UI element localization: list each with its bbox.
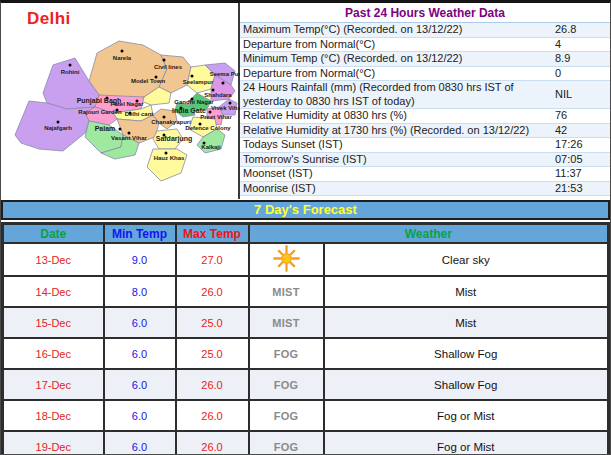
past24-panel: Past 24 Hours Weather Data Maximum Temp(… (240, 3, 610, 199)
past24-row-value: 0 (552, 66, 610, 81)
forecast-weather-desc: Mist (324, 276, 609, 307)
map-label-vasant-vihar: Vasant Vihar (111, 135, 148, 141)
sun-ray (278, 251, 281, 254)
map-label-hauz-khas: Hauz Khas (154, 155, 185, 161)
past24-row-label: Tomorrow's Sunrise (IST) (240, 152, 552, 167)
fog-label: FOG (274, 410, 299, 422)
forecast-max-temp: 26.0 (176, 369, 249, 400)
map-label-defence-colony: Defence Colony (185, 125, 231, 131)
weather-icon-cell (249, 243, 324, 276)
sun-ray (278, 263, 281, 266)
past24-row: Minimum Temp (°C) (Recorded. on 13/12/22… (240, 52, 610, 67)
forecast-header-row: Date Min Temp Max Temp Weather (3, 224, 609, 244)
past24-row: Maximum Temp(°C) (Recorded. on 13/12/22)… (240, 23, 610, 37)
past24-row-label: Departure from Normal(°C) (240, 66, 552, 81)
forecast-date: 13-Dec (3, 243, 104, 276)
forecast-weather-desc: Clear sky (324, 243, 609, 276)
map-label-safdarjung: Safdarjung (156, 135, 193, 143)
map-label-seelampur: Seelampur (183, 79, 214, 85)
sun-icon (273, 245, 300, 272)
map-label-model-town: Model Town (131, 78, 166, 84)
map-label-gandhi-nagar: Gandhi Nagar (174, 99, 214, 105)
map-label-narela: Narela (113, 55, 132, 61)
past24-row: 24 Hours Rainfall (mm) (Recorded from 08… (240, 81, 610, 109)
past24-row-label: Departure from Normal(°C) (240, 37, 552, 52)
map-dot-palam (119, 128, 122, 131)
map-label-najafgarh: Najafgarh (44, 125, 72, 131)
past24-row-value: 11:37 (552, 167, 610, 182)
forecast-max-temp: 26.0 (176, 276, 249, 307)
map-label-rohini: Rohini (61, 69, 80, 75)
mist-label: MIST (272, 317, 299, 329)
sun-ray (290, 251, 293, 254)
map-label-delhi-cant: Delhi cant (125, 111, 154, 117)
forecast-row: 16-Dec6.025.0FOGShallow Fog (3, 338, 609, 369)
past24-row-value: 8.9 (552, 52, 610, 67)
past24-row-label: 24 Hours Rainfall (mm) (Recorded from 08… (240, 81, 552, 109)
past24-row: Relative Humidity at 0830 hrs (%)76 (240, 109, 610, 124)
delhi-district-map: NarelaRohiniCivil linesModel TownSeelamp… (1, 3, 240, 197)
forecast-date: 16-Dec (3, 338, 104, 369)
past24-row-value: 26.8 (552, 23, 610, 37)
past24-row-value: 42 (552, 123, 610, 138)
past24-row: Departure from Normal(°C)4 (240, 37, 610, 52)
forecast-min-temp: 6.0 (104, 431, 176, 455)
past24-row: Moonset (IST)11:37 (240, 167, 610, 182)
fog-label: FOG (274, 348, 299, 360)
map-label-preet-vihar: Preet Vihar (200, 114, 232, 120)
forecast-min-temp: 6.0 (104, 307, 176, 338)
map-label-shahdara: Shahdara (204, 92, 232, 98)
map-dot-seema-puri (222, 82, 225, 85)
past24-row-value: 07:05 (552, 152, 610, 167)
map-dot-civil-lines (163, 59, 166, 62)
column-header-weather: Weather (249, 224, 609, 244)
forecast-max-temp: 25.0 (176, 307, 249, 338)
map-dot-narela (121, 50, 124, 53)
forecast-max-temp: 26.0 (176, 431, 249, 455)
forecast-weather-desc: Fog or Mist (324, 400, 609, 431)
forecast-row: 13-Dec9.027.0Clear sky (3, 243, 609, 276)
fog-label: FOG (274, 379, 299, 391)
map-panel: Delhi NarelaRohiniCivil linesModel TownS… (1, 3, 240, 199)
forecast-min-temp: 6.0 (104, 338, 176, 369)
forecast-max-temp: 27.0 (176, 243, 249, 276)
weather-icon-cell: FOG (249, 431, 324, 455)
forecast-row: 14-Dec8.026.0MISTMist (3, 276, 609, 307)
weather-icon-cell: MIST (249, 276, 324, 307)
past24-row-value: 21:53 (552, 181, 610, 196)
past24-row: Moonrise (IST)21:53 (240, 181, 610, 196)
forecast-weather-desc: Shallow Fog (324, 338, 609, 369)
map-label-seema-puri: Seema Puri (210, 71, 240, 77)
weather-icon-cell: FOG (249, 338, 324, 369)
forecast-row: 15-Dec6.025.0MISTMist (3, 307, 609, 338)
past24-row-label: Relative Humidity at 1730 hrs (%) (Recor… (240, 123, 552, 138)
column-header-min-temp: Min Temp (104, 224, 176, 244)
past24-title: Past 24 Hours Weather Data (240, 3, 610, 23)
column-header-max-temp: Max Temp (176, 224, 249, 244)
forecast-table: Date Min Temp Max Temp Weather 13-Dec9.0… (1, 222, 610, 455)
forecast-min-temp: 9.0 (104, 243, 176, 276)
map-dot-najafgarh (57, 121, 60, 124)
weather-icon-cell: MIST (249, 307, 324, 338)
forecast-weather-desc: Shallow Fog (324, 369, 609, 400)
past24-row-label: Minimum Temp (°C) (Recorded. on 13/12/22… (240, 52, 552, 67)
forecast-weather-desc: Fog or Mist (324, 431, 609, 455)
sun-core (281, 254, 291, 264)
map-title: Delhi (27, 9, 71, 29)
map-label-patel-nagar: Patel Nagar (110, 101, 144, 107)
forecast-min-temp: 6.0 (104, 369, 176, 400)
past24-row-label: Todays Sunset (IST) (240, 138, 552, 153)
forecast-date: 17-Dec (3, 369, 104, 400)
forecast-max-temp: 25.0 (176, 338, 249, 369)
delhi-weather-page: Delhi NarelaRohiniCivil linesModel TownS… (0, 0, 611, 455)
past24-row-label: Moonrise (IST) (240, 181, 552, 196)
past24-row: Tomorrow's Sunrise (IST)07:05 (240, 152, 610, 167)
forecast-min-temp: 8.0 (104, 276, 176, 307)
forecast-section: 7 Day's Forecast Date Min Temp Max Temp … (1, 200, 610, 455)
map-label-rajouri-garden: Rajouri Garden (78, 109, 122, 115)
column-header-date: Date (3, 224, 104, 244)
past24-row-label: Moonset (IST) (240, 167, 552, 182)
top-section: Delhi NarelaRohiniCivil linesModel TownS… (1, 3, 610, 199)
weather-icon-cell: FOG (249, 369, 324, 400)
past24-row: Departure from Normal(°C)0 (240, 66, 610, 81)
